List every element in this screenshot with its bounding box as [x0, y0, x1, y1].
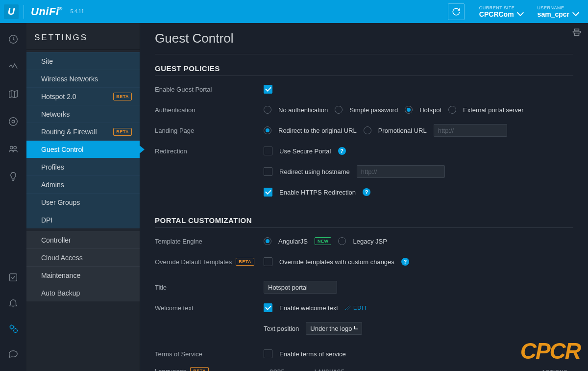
- text-position-label: Text position: [264, 325, 299, 332]
- sidebar-item-maintenance[interactable]: Maintenance: [26, 266, 140, 284]
- promotional-url-input[interactable]: [434, 124, 507, 137]
- override-templates-checkbox[interactable]: [264, 257, 272, 266]
- auth-label-0: No authentication: [278, 106, 328, 114]
- current-site-value: CPCRCom: [479, 10, 514, 18]
- new-badge: NEW: [315, 237, 332, 245]
- svg-rect-9: [575, 33, 579, 36]
- svg-point-1: [9, 118, 18, 126]
- sidebar-item-admins[interactable]: Admins: [26, 175, 140, 193]
- tos-label: Terms of Service: [155, 350, 264, 358]
- title-field-label: Title: [155, 284, 264, 291]
- edit-welcome-button[interactable]: EDIT: [345, 305, 368, 311]
- redirect-hostname-checkbox[interactable]: [264, 167, 272, 176]
- devices-icon[interactable]: [8, 116, 19, 129]
- svg-rect-8: [575, 29, 579, 31]
- sidebar-item-site[interactable]: Site: [26, 52, 140, 70]
- engine-legacy-radio[interactable]: [338, 237, 346, 245]
- enable-portal-checkbox[interactable]: [264, 85, 272, 94]
- sidebar-item-user-groups[interactable]: User Groups: [26, 193, 140, 211]
- enable-https-checkbox[interactable]: [264, 188, 272, 197]
- insights-icon[interactable]: [8, 171, 19, 184]
- redirect-hostname-input[interactable]: [357, 165, 445, 178]
- beta-badge: BETA: [190, 367, 209, 371]
- sidebar-item-hotspot-2-0[interactable]: Hotspot 2.0BETA: [26, 87, 140, 105]
- languages-table-header: CODE LANGUAGE ACTIONS: [264, 367, 573, 371]
- sidebar-item-dpi[interactable]: DPI: [26, 211, 140, 228]
- auth-radio-3[interactable]: [448, 106, 456, 114]
- username-label: USERNAME: [538, 5, 578, 10]
- use-secure-portal-checkbox[interactable]: [264, 147, 272, 155]
- dashboard-icon[interactable]: [8, 34, 19, 47]
- alerts-icon[interactable]: [8, 297, 19, 310]
- template-engine-label: Template Engine: [155, 238, 264, 245]
- settings-icon[interactable]: [8, 323, 19, 336]
- settings-sidepanel: SETTINGS SiteWireless NetworksHotspot 2.…: [26, 23, 140, 371]
- nav-rail: [0, 23, 26, 371]
- sidebar-item-cloud-access[interactable]: Cloud Access: [26, 248, 140, 266]
- sidebar-item-profiles[interactable]: Profiles: [26, 158, 140, 175]
- beta-badge: BETA: [236, 258, 254, 266]
- welcome-text-checkbox[interactable]: [264, 303, 272, 312]
- sidebar-item-guest-control[interactable]: Guest Control: [26, 140, 140, 158]
- text-position-select[interactable]: Under the logo: [306, 322, 362, 335]
- engine-angular-label: AngularJS: [278, 238, 308, 245]
- override-templates-check-label: Override templates with custom changes: [279, 258, 394, 266]
- username-block[interactable]: USERNAME sam_cpcr: [538, 5, 578, 18]
- topbar-divider: [24, 5, 24, 19]
- clients-icon[interactable]: [8, 144, 19, 156]
- landing-radio-1[interactable]: [364, 126, 371, 134]
- auth-label-2: Hotspot: [419, 106, 441, 114]
- title-input[interactable]: [264, 281, 337, 294]
- landing-radio-0[interactable]: [264, 126, 271, 134]
- enable-portal-label: Enable Guest Portal: [155, 86, 264, 93]
- tos-checkbox[interactable]: [264, 349, 272, 358]
- redirection-label: Redirection: [155, 148, 264, 155]
- events-icon[interactable]: [8, 272, 19, 285]
- tos-check-label: Enable terms of service: [279, 350, 346, 358]
- current-site-label: CURRENT SITE: [479, 5, 523, 10]
- sidebar-item-controller[interactable]: Controller: [26, 231, 140, 248]
- current-site-block[interactable]: CURRENT SITE CPCRCom: [479, 5, 523, 18]
- landing-label-1: Promotional URL: [378, 127, 427, 134]
- svg-point-7: [14, 329, 17, 332]
- sidepanel-title: SETTINGS: [26, 33, 140, 50]
- use-secure-portal-label: Use Secure Portal: [279, 148, 331, 155]
- engine-legacy-label: Legacy JSP: [353, 238, 387, 245]
- redirect-hostname-label: Redirect using hostname: [279, 168, 350, 175]
- authentication-label: Authentication: [155, 106, 264, 114]
- engine-angular-radio[interactable]: [264, 237, 271, 245]
- help-icon[interactable]: ?: [401, 258, 409, 266]
- map-icon[interactable]: [8, 89, 19, 101]
- sidebar-item-networks[interactable]: Networks: [26, 105, 140, 123]
- section-guest-policies: GUEST POLICIES: [155, 64, 573, 76]
- topbar: U UniFi® 5.4.11 CURRENT SITE CPCRCom USE…: [0, 0, 588, 23]
- help-icon[interactable]: ?: [338, 147, 346, 155]
- refresh-button[interactable]: [448, 3, 465, 20]
- chevron-down-icon: [518, 10, 523, 18]
- svg-point-3: [10, 147, 13, 149]
- sidebar-item-routing-firewall[interactable]: Routing & FirewallBETA: [26, 123, 140, 140]
- languages-label: Languages: [155, 368, 186, 371]
- chevron-down-icon: [573, 10, 578, 18]
- auth-radio-0[interactable]: [264, 106, 271, 114]
- landing-label-0: Redirect to the original URL: [278, 127, 357, 134]
- svg-rect-5: [10, 274, 17, 281]
- help-icon[interactable]: ?: [363, 188, 370, 196]
- svg-point-2: [12, 120, 15, 123]
- svg-point-4: [14, 147, 16, 149]
- refresh-icon: [452, 7, 461, 16]
- section-portal-customization: PORTAL CUSTOMIZATION: [155, 216, 573, 228]
- sidebar-item-wireless-networks[interactable]: Wireless Networks: [26, 70, 140, 87]
- auth-radio-2[interactable]: [405, 106, 413, 114]
- svg-point-6: [10, 325, 14, 329]
- brand-logo: UniFi®: [31, 5, 63, 18]
- auth-label-3: External portal server: [463, 106, 524, 114]
- version-label: 5.4.11: [71, 9, 84, 14]
- print-icon[interactable]: [572, 28, 581, 39]
- statistics-icon[interactable]: [8, 61, 19, 74]
- auth-radio-1[interactable]: [335, 106, 343, 114]
- brand-badge: U: [4, 4, 19, 19]
- username-value: sam_cpcr: [538, 10, 569, 18]
- chat-icon[interactable]: [8, 348, 19, 361]
- sidebar-item-auto-backup[interactable]: Auto Backup: [26, 284, 140, 301]
